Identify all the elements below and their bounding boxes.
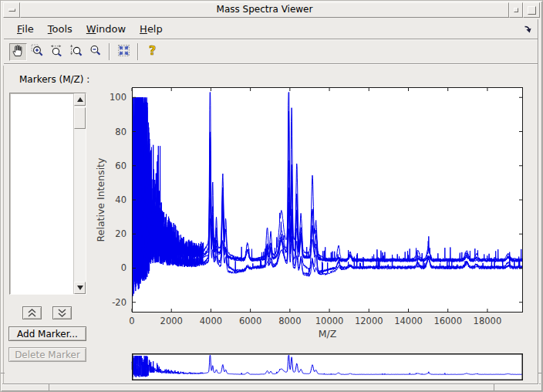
double-chevron-down-icon bbox=[57, 309, 67, 317]
move-marker-down-button[interactable] bbox=[52, 306, 72, 319]
frame-left-groove bbox=[3, 66, 4, 384]
x-tick-label: 16000 bbox=[433, 316, 462, 326]
zoom-x-tool-button[interactable] bbox=[48, 43, 66, 61]
frame-bottom-groove bbox=[2, 384, 541, 385]
toolbar: ? bbox=[4, 40, 539, 64]
menu-window[interactable]: Window bbox=[79, 22, 133, 36]
window-title: Mass Spectra Viewer bbox=[20, 2, 509, 18]
add-marker-button[interactable]: Add Marker... bbox=[8, 326, 86, 341]
markers-list-scrollbar[interactable] bbox=[73, 93, 86, 294]
scroll-down-icon bbox=[77, 286, 83, 290]
pan-tool-button[interactable] bbox=[9, 43, 27, 61]
help-question-icon: ? bbox=[146, 44, 159, 60]
x-tick-label: 6000 bbox=[239, 316, 261, 326]
minimize-button[interactable] bbox=[509, 2, 523, 18]
y-tick-label: 60 bbox=[115, 161, 126, 171]
svg-text:?: ? bbox=[149, 44, 156, 57]
frame-notch bbox=[538, 373, 542, 373]
reset-view-tool-button[interactable] bbox=[115, 43, 133, 61]
x-tick-label: 10000 bbox=[315, 316, 344, 326]
toolbar-separator bbox=[109, 43, 110, 60]
spectra-plot[interactable]: 0200040006000800010000120001400016000180… bbox=[132, 87, 524, 313]
y-axis-label: Relative Intensity bbox=[95, 157, 106, 242]
zoom-x-icon bbox=[50, 44, 63, 60]
menu-tools[interactable]: Tools bbox=[41, 22, 79, 36]
zoom-in-tool-button[interactable] bbox=[29, 43, 46, 61]
move-marker-up-button[interactable] bbox=[22, 306, 42, 319]
maximize-button[interactable] bbox=[523, 2, 540, 18]
hand-icon bbox=[12, 44, 25, 60]
maximize-icon bbox=[528, 6, 536, 15]
frame-notch bbox=[49, 384, 49, 392]
y-tick-label: -20 bbox=[112, 297, 126, 308]
delete-marker-button: Delete Marker bbox=[8, 347, 86, 362]
scroll-down-button[interactable] bbox=[74, 282, 86, 294]
menu-file[interactable]: File bbox=[10, 22, 41, 36]
x-tick-label: 12000 bbox=[355, 316, 383, 326]
minimize-icon bbox=[514, 8, 518, 12]
zoom-in-icon bbox=[31, 44, 44, 60]
x-tick-label: 8000 bbox=[278, 316, 301, 326]
x-tick-label: 14000 bbox=[394, 316, 423, 326]
fit-view-icon bbox=[117, 44, 130, 60]
y-tick-label: 40 bbox=[115, 194, 126, 205]
y-tick-label: 80 bbox=[115, 127, 126, 137]
window-menu-dash-icon bbox=[8, 8, 15, 12]
x-axis-label: M/Z bbox=[319, 328, 337, 340]
help-tool-button[interactable]: ? bbox=[143, 43, 161, 61]
titlebar: Mass Spectra Viewer bbox=[3, 2, 540, 18]
x-tick-label: 2000 bbox=[160, 316, 183, 326]
zoom-out-icon bbox=[89, 44, 102, 60]
markers-label: Markers (M/Z) : bbox=[19, 74, 89, 85]
scroll-up-icon bbox=[77, 97, 83, 102]
spectra-overview-plot[interactable] bbox=[132, 353, 524, 381]
double-chevron-up-icon bbox=[27, 309, 37, 317]
window-menu-button[interactable] bbox=[3, 2, 20, 18]
app-window: Mass Spectra Viewer FileToolsWindowHelp … bbox=[0, 0, 543, 392]
y-tick-label: 100 bbox=[110, 92, 126, 103]
x-tick-label: 0 bbox=[129, 316, 134, 326]
markers-listbox[interactable] bbox=[9, 93, 86, 295]
x-tick-label: 18000 bbox=[474, 316, 502, 326]
zoom-y-icon bbox=[69, 44, 83, 60]
toolbar-separator bbox=[137, 43, 139, 60]
zoom-y-tool-button[interactable] bbox=[67, 43, 85, 61]
scroll-up-button[interactable] bbox=[74, 93, 86, 106]
scrollbar-thumb[interactable] bbox=[74, 107, 86, 129]
frame-right-groove bbox=[538, 19, 539, 384]
x-tick-label: 4000 bbox=[200, 316, 222, 326]
frame-notch bbox=[494, 384, 494, 392]
y-tick-label: 20 bbox=[115, 228, 126, 239]
dock-figure-arrow-icon[interactable] bbox=[523, 23, 533, 33]
frame-notch bbox=[1, 373, 5, 373]
menubar: FileToolsWindowHelp bbox=[4, 19, 539, 39]
zoom-out-tool-button[interactable] bbox=[86, 43, 104, 61]
menu-help[interactable]: Help bbox=[133, 22, 170, 36]
y-tick-label: 0 bbox=[121, 262, 126, 273]
